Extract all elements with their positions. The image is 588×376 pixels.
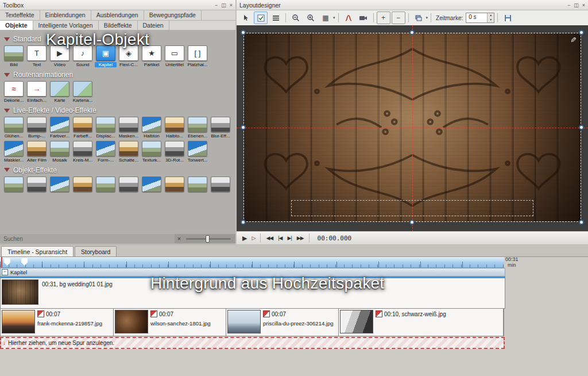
toolbox-item-dekorierte-route[interactable]: ≈Dekorie... xyxy=(3,81,25,103)
effect-item[interactable]: Masken... xyxy=(118,117,140,139)
text-placeholder-box[interactable] xyxy=(291,200,533,216)
resize-handle-bottom-center[interactable] xyxy=(409,220,415,225)
layout-canvas[interactable]: ✎ xyxy=(237,25,588,232)
effect-item[interactable] xyxy=(118,177,140,192)
toolbox-item-einfache-route[interactable]: →Einfach... xyxy=(26,81,48,103)
close-icon[interactable]: × xyxy=(230,2,233,8)
tab-bewegungspfade[interactable]: Bewegungspfade xyxy=(144,10,202,20)
play-button[interactable]: ▶ xyxy=(241,234,248,243)
grid-dropdown-icon[interactable]: ▾ xyxy=(333,16,335,20)
rewind-button[interactable]: ◀◀ xyxy=(264,235,274,241)
effect-item[interactable]: Schatte... xyxy=(118,141,140,163)
new-track-dropzone[interactable]: ↓ Hierher ziehen, um neue Spur anzulegen… xyxy=(0,337,505,349)
zoom-in-button[interactable] xyxy=(304,11,318,24)
zeitmarke-value[interactable]: 0 s xyxy=(466,13,487,22)
effect-item[interactable]: Maskier... xyxy=(3,141,25,163)
minimize-icon[interactable]: − xyxy=(215,2,218,8)
toolbox-item-kartenanimation[interactable]: Kartena... xyxy=(72,81,94,103)
vertical-splitter[interactable] xyxy=(235,0,237,244)
pin-icon[interactable]: ◫ xyxy=(574,2,579,8)
effect-item[interactable] xyxy=(95,177,117,192)
edit-mode-button[interactable] xyxy=(254,11,268,24)
timeline-ruler[interactable] xyxy=(0,257,504,268)
save-view-button[interactable] xyxy=(501,11,514,24)
spinner-up-icon[interactable]: ▲ xyxy=(488,13,494,18)
timeline-clip[interactable]: 00:07 wilson-sanchez-1801.jpg xyxy=(114,309,226,336)
effect-item[interactable]: Ebenen... xyxy=(187,117,208,139)
effect-item[interactable] xyxy=(210,177,231,192)
toolbox-item-bild[interactable]: Bild xyxy=(3,45,25,67)
effect-item[interactable] xyxy=(49,177,71,192)
resize-handle-bottom-right[interactable] xyxy=(579,220,584,225)
tab-ausblendungen[interactable]: Ausblendungen xyxy=(91,10,144,20)
search-clear-icon[interactable]: × xyxy=(175,236,184,242)
section-header-live-effekte[interactable]: Live-Effekte / Video-Effekte xyxy=(4,106,233,114)
tab-intelligente-vorlagen[interactable]: Intelligente Vorlagen xyxy=(33,21,99,30)
effect-item[interactable]: Mosaik xyxy=(49,141,71,163)
effect-item[interactable]: Glühen... xyxy=(3,117,25,139)
effect-item[interactable]: Form-... xyxy=(95,141,117,163)
motion-path-button[interactable] xyxy=(342,11,355,24)
zeitmarke-spinner[interactable]: 0 s ▲ ▼ xyxy=(466,13,494,23)
tab-objekte[interactable]: Objekte xyxy=(0,21,33,30)
effect-item[interactable]: Halbto... xyxy=(164,117,185,139)
resize-handle-top-center[interactable] xyxy=(409,30,415,35)
effect-item[interactable]: Bump-... xyxy=(26,117,48,139)
slider-handle[interactable] xyxy=(206,235,210,243)
pin-icon[interactable]: ◫ xyxy=(221,2,226,8)
play-from-here-button[interactable]: ▷ xyxy=(250,235,257,241)
layers-dropdown-icon[interactable]: ▾ xyxy=(426,16,428,20)
collapse-icon[interactable]: − xyxy=(2,269,8,275)
grid-button[interactable]: ▦ xyxy=(319,11,332,24)
effect-item[interactable]: Blur-Eff... xyxy=(210,117,231,139)
effect-item[interactable]: Kreis-M... xyxy=(72,141,94,163)
effect-item[interactable]: Displac... xyxy=(95,117,117,139)
toolbox-item-platzhalter[interactable]: [ ]Platzhal... xyxy=(187,45,208,67)
tab-texteffekte[interactable]: Texteffekte xyxy=(0,10,40,20)
transition-icon[interactable] xyxy=(376,310,382,317)
search-input[interactable] xyxy=(0,234,175,243)
section-header-routenanimationen[interactable]: Routenanimationen xyxy=(4,71,233,79)
effect-item[interactable] xyxy=(164,177,185,192)
effect-item[interactable] xyxy=(3,177,25,192)
tab-timeline-spuransicht[interactable]: Timeline - Spuransicht xyxy=(1,246,74,256)
section-header-objekt-effekte[interactable]: Objekt-Effekte xyxy=(4,166,233,174)
timeline-clip[interactable]: 00:07 frank-mckenna-219857.jpg xyxy=(1,309,114,336)
tab-bildeffekte[interactable]: Bildeffekte xyxy=(99,21,138,30)
transition-icon[interactable] xyxy=(37,310,44,317)
zoom-out-button[interactable] xyxy=(289,11,303,24)
tab-storyboard[interactable]: Storyboard xyxy=(75,246,117,256)
selected-image-object[interactable]: ✎ xyxy=(243,33,581,222)
resize-handle-bottom-left[interactable] xyxy=(241,220,246,225)
effect-item[interactable] xyxy=(72,177,94,192)
effect-item[interactable]: Alter Film xyxy=(26,141,48,163)
resize-handle-mid-right[interactable] xyxy=(579,125,584,130)
toolbox-item-karte[interactable]: Karte xyxy=(49,81,71,103)
transition-icon[interactable] xyxy=(150,310,157,317)
next-frame-button[interactable]: ▶| xyxy=(286,235,293,241)
timeline-clip[interactable]: 00:07 priscilla-du-preez-306214.jpg xyxy=(226,309,339,336)
resize-handle-mid-left[interactable] xyxy=(241,125,246,130)
effect-item[interactable] xyxy=(26,177,48,192)
resize-handle-top-right[interactable] xyxy=(579,30,584,35)
effect-item[interactable] xyxy=(187,177,208,192)
playhead-marker[interactable] xyxy=(1,257,2,267)
zoom-step-out-button[interactable]: − xyxy=(392,11,405,24)
transition-icon[interactable] xyxy=(263,310,270,317)
close-icon[interactable]: × xyxy=(582,2,585,8)
resize-handle-top-left[interactable] xyxy=(241,30,246,35)
toolbox-item-untertitel[interactable]: ▭Untertitel xyxy=(164,45,185,67)
toolbox-item-text[interactable]: TText xyxy=(26,45,48,67)
timeline-clip[interactable]: 00:10, schwarz-weiß.jpg xyxy=(339,309,504,336)
effect-item[interactable]: Halbton xyxy=(141,117,163,139)
effect-item[interactable]: 3D-Rot... xyxy=(164,141,185,163)
tab-einblendungen[interactable]: Einblendungen xyxy=(40,10,91,20)
effect-item[interactable]: Tonwert... xyxy=(187,141,208,163)
thumbnail-zoom-slider[interactable] xyxy=(186,238,231,240)
minimize-icon[interactable]: − xyxy=(567,2,570,8)
effect-item[interactable]: Farbeff... xyxy=(72,117,94,139)
layers-button[interactable] xyxy=(412,11,425,24)
select-tool-button[interactable] xyxy=(239,11,253,24)
spinner-down-icon[interactable]: ▼ xyxy=(488,18,494,22)
effect-item[interactable] xyxy=(141,177,163,192)
